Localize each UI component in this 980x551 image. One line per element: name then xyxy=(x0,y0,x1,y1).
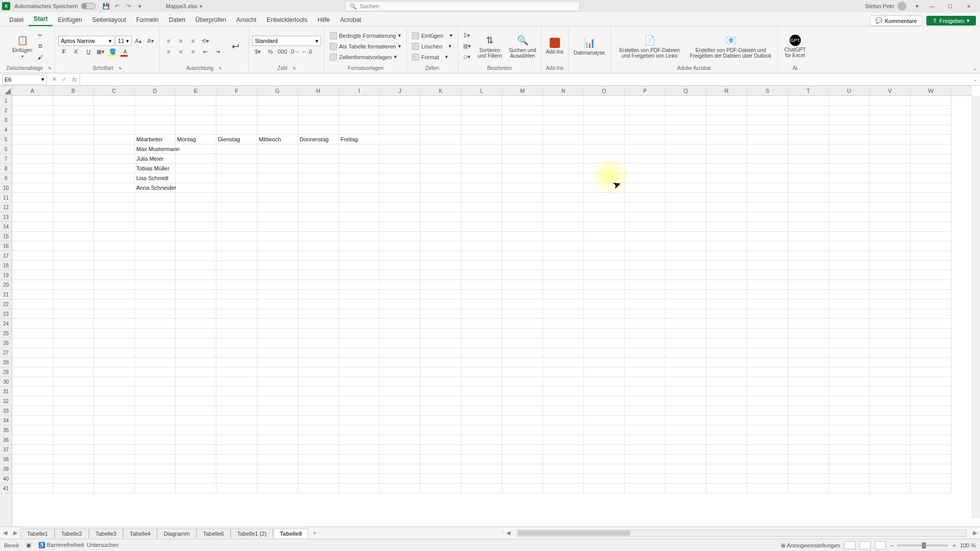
cell-D23[interactable] xyxy=(135,309,176,319)
cell-R15[interactable] xyxy=(706,232,747,241)
cell-A5[interactable] xyxy=(12,135,53,144)
fx-icon[interactable]: fx xyxy=(69,74,80,85)
row-header-6[interactable]: 6 xyxy=(0,144,12,154)
sheet-nav-next-icon[interactable]: ▶ xyxy=(10,530,20,536)
cell-W33[interactable] xyxy=(911,406,951,416)
chatgpt-button[interactable]: GPTChatGPT for Excel xyxy=(781,34,810,59)
cell-T24[interactable] xyxy=(788,319,829,329)
cell-E22[interactable] xyxy=(176,299,216,309)
cell-A23[interactable] xyxy=(12,309,53,319)
cell-D19[interactable] xyxy=(135,270,176,280)
cell-O29[interactable] xyxy=(584,367,625,377)
cell-U40[interactable] xyxy=(829,474,870,484)
cell-Q31[interactable] xyxy=(666,387,706,396)
cell-A29[interactable] xyxy=(12,367,53,377)
cell-T25[interactable] xyxy=(788,329,829,338)
cell-U10[interactable] xyxy=(829,183,870,193)
cell-N39[interactable] xyxy=(543,464,584,474)
cell-I31[interactable] xyxy=(339,387,380,396)
cell-J2[interactable] xyxy=(380,106,421,115)
cell-L10[interactable] xyxy=(461,183,502,193)
cell-N24[interactable] xyxy=(543,319,584,329)
cell-A12[interactable] xyxy=(12,203,53,212)
cell-V40[interactable] xyxy=(870,474,911,484)
cell-G21[interactable] xyxy=(257,290,298,299)
fill-icon[interactable]: ▥▾ xyxy=(461,41,473,52)
col-header-S[interactable]: S xyxy=(747,86,788,95)
cell-M33[interactable] xyxy=(502,406,543,416)
cell-K11[interactable] xyxy=(421,193,461,203)
tab-start[interactable]: Start xyxy=(29,13,53,26)
cell-V41[interactable] xyxy=(870,484,911,493)
cell-U4[interactable] xyxy=(829,125,870,135)
cell-W9[interactable] xyxy=(911,173,951,183)
cell-P6[interactable] xyxy=(625,144,666,154)
cell-O28[interactable] xyxy=(584,358,625,367)
cell-C40[interactable] xyxy=(94,474,135,484)
cell-T6[interactable] xyxy=(788,144,829,154)
display-settings-button[interactable]: 🖥 Anzeigeeinstellungen xyxy=(780,542,840,548)
row-header-35[interactable]: 35 xyxy=(0,425,12,435)
cell-N28[interactable] xyxy=(543,358,584,367)
col-header-J[interactable]: J xyxy=(380,86,421,95)
cell-U41[interactable] xyxy=(829,484,870,493)
cell-T12[interactable] xyxy=(788,203,829,212)
cell-J17[interactable] xyxy=(380,251,421,261)
cell-V23[interactable] xyxy=(870,309,911,319)
cell-Q23[interactable] xyxy=(666,309,706,319)
cell-C23[interactable] xyxy=(94,309,135,319)
zoom-in-icon[interactable]: + xyxy=(952,542,955,548)
hscroll-right-icon[interactable]: ▶ xyxy=(970,530,980,536)
cell-C28[interactable] xyxy=(94,358,135,367)
cell-Q21[interactable] xyxy=(666,290,706,299)
cell-E36[interactable] xyxy=(176,435,216,445)
cell-A24[interactable] xyxy=(12,319,53,329)
cell-G1[interactable] xyxy=(257,96,298,106)
cell-J12[interactable] xyxy=(380,203,421,212)
cell-T21[interactable] xyxy=(788,290,829,299)
cell-N7[interactable] xyxy=(543,154,584,164)
cell-M5[interactable] xyxy=(502,135,543,144)
cell-V2[interactable] xyxy=(870,106,911,115)
cell-T32[interactable] xyxy=(788,396,829,406)
cell-Q15[interactable] xyxy=(666,232,706,241)
cell-R16[interactable] xyxy=(706,241,747,251)
cell-D8[interactable]: Tobias Müller xyxy=(135,164,176,173)
cell-F11[interactable] xyxy=(216,193,257,203)
cell-W29[interactable] xyxy=(911,367,951,377)
cell-D18[interactable] xyxy=(135,261,176,270)
cell-N41[interactable] xyxy=(543,484,584,493)
cell-O34[interactable] xyxy=(584,416,625,425)
cell-Q26[interactable] xyxy=(666,338,706,348)
cell-G30[interactable] xyxy=(257,377,298,387)
cell-L26[interactable] xyxy=(461,338,502,348)
cell-O6[interactable] xyxy=(584,144,625,154)
cell-D39[interactable] xyxy=(135,464,176,474)
cell-J32[interactable] xyxy=(380,396,421,406)
cell-H6[interactable] xyxy=(298,144,339,154)
cell-F23[interactable] xyxy=(216,309,257,319)
cell-A2[interactable] xyxy=(12,106,53,115)
cell-D7[interactable]: Julia Meier xyxy=(135,154,176,164)
cell-G8[interactable] xyxy=(257,164,298,173)
format-cells-button[interactable]: Format▾ xyxy=(410,52,454,62)
cell-V18[interactable] xyxy=(870,261,911,270)
row-headers[interactable]: 1234567891011121314151617181920212223242… xyxy=(0,96,12,527)
cell-Q6[interactable] xyxy=(666,144,706,154)
cell-H37[interactable] xyxy=(298,445,339,455)
cell-H15[interactable] xyxy=(298,232,339,241)
sheet-nav-prev-icon[interactable]: ◀ xyxy=(0,530,10,536)
cell-T20[interactable] xyxy=(788,280,829,290)
cell-J25[interactable] xyxy=(380,329,421,338)
cell-M12[interactable] xyxy=(502,203,543,212)
cell-J35[interactable] xyxy=(380,425,421,435)
cell-P16[interactable] xyxy=(625,241,666,251)
cell-M40[interactable] xyxy=(502,474,543,484)
cell-J39[interactable] xyxy=(380,464,421,474)
cell-R14[interactable] xyxy=(706,222,747,232)
cell-H38[interactable] xyxy=(298,455,339,464)
cell-O8[interactable] xyxy=(584,164,625,173)
cell-W21[interactable] xyxy=(911,290,951,299)
cell-C14[interactable] xyxy=(94,222,135,232)
cell-E11[interactable] xyxy=(176,193,216,203)
